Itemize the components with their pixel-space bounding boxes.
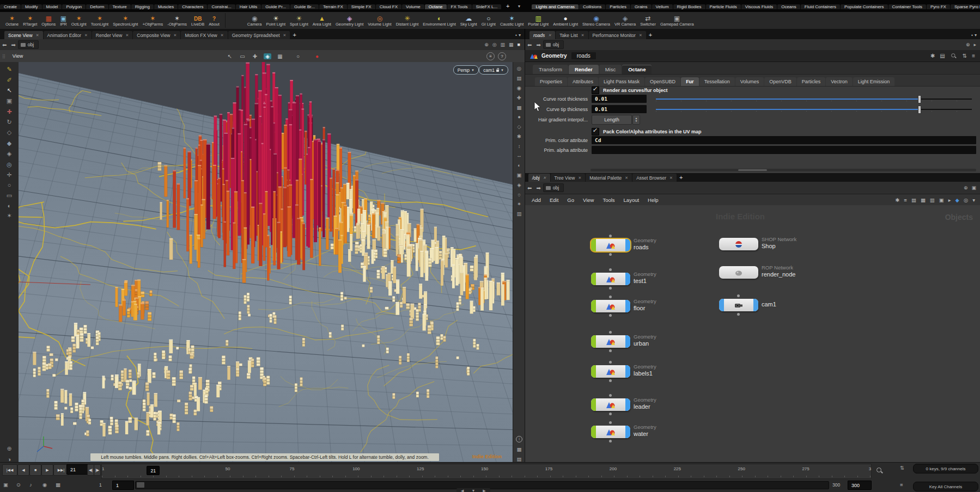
shelf-tool-point-light[interactable]: ☀Point Light [264, 15, 288, 27]
add-shelf-icon[interactable]: + [502, 3, 514, 9]
search-parms-icon[interactable] [951, 53, 957, 59]
shelf-tab-simple-fx[interactable]: Simple FX [348, 4, 375, 9]
viewport-3d[interactable]: Persp▼ cam1▼ Left mouse tumbles. Middle … [19, 62, 513, 462]
shelf-tab-rigging[interactable]: Rigging [131, 4, 154, 9]
sculpt-tool-icon[interactable]: ✐ [7, 77, 11, 84]
prim-alpha-field[interactable] [592, 146, 976, 154]
pane-grid-icon[interactable]: ▦ [509, 42, 514, 47]
shelf-tab-vellum[interactable]: Vellum [652, 4, 673, 9]
shelf-tool-spot-light[interactable]: ☀Spot Light [288, 15, 311, 27]
layout-options-icon[interactable]: ≡ [486, 52, 495, 60]
render-as-curves-checkbox[interactable]: ✓ [592, 87, 599, 94]
shelf-tab-sparse-pyro-fx[interactable]: Sparse Pyro FX [951, 4, 980, 9]
node-flag-right[interactable] [625, 426, 630, 438]
shelf-tool-gamepad-camera[interactable]: ▣Gamepad Camera [658, 15, 696, 27]
pin-pane-icon[interactable]: ⊕ [966, 42, 970, 47]
close-tab-icon[interactable]: ✕ [581, 33, 585, 38]
box-select-icon[interactable]: ▭ [239, 53, 246, 59]
scroll-left-icon[interactable]: ◀ [461, 489, 464, 492]
tree-list-icon[interactable]: ≡ [904, 197, 907, 203]
lock-tool-icon[interactable]: ▣ [7, 97, 12, 104]
snap-toggle-icon[interactable]: ◈ [264, 53, 271, 59]
shelf-tool-geometry-light[interactable]: ◈Geometry Light [333, 15, 366, 27]
help-icon[interactable]: ? [498, 52, 506, 60]
network-menu-icon[interactable]: ▾ [972, 197, 975, 203]
isolate-tool-icon[interactable]: ◐ [8, 202, 11, 209]
network-overview-icon[interactable]: ▣ [971, 185, 976, 190]
hair-gradient-dropdown[interactable]: Length [592, 115, 632, 125]
audio-toggle-icon[interactable]: ♪ [29, 482, 32, 488]
curve-root-slider[interactable] [656, 95, 972, 102]
texture-icon[interactable]: ▣ [517, 172, 522, 178]
scroll-handle-icon[interactable]: ▼ [471, 489, 475, 492]
prim-color-field[interactable]: Cd [592, 136, 976, 144]
tab-material-palette[interactable]: Material Palette✕ [586, 174, 632, 182]
shelf-tab-grains[interactable]: Grains [631, 4, 652, 9]
subtab-vectron[interactable]: Vectron [826, 77, 853, 86]
snapshot-icon[interactable]: ◉ [42, 482, 47, 488]
frame-ruler[interactable]: 15075100125150175200225250275321 [101, 464, 872, 479]
display-options-icon[interactable]: ◑ [8, 456, 11, 463]
shelf-tool-about[interactable]: ?About [206, 15, 222, 27]
shelf-tab-constrai[interactable]: Constrai... [208, 4, 235, 9]
shelf-tool-camera[interactable]: ◉Camera [245, 15, 264, 27]
new-tab-icon[interactable]: + [293, 32, 296, 38]
shelf-tab-texture[interactable]: Texture [109, 4, 131, 9]
tab-roads[interactable]: roads✕ [529, 31, 555, 39]
shelf-tool-area-light[interactable]: ▲Area Light [311, 15, 333, 27]
close-tab-icon[interactable]: ✕ [543, 176, 546, 180]
planes-icon[interactable]: ▥ [517, 211, 522, 217]
node-cam1[interactable] [719, 299, 758, 311]
shelf-tool-portal-light[interactable]: ▥Portal Light [526, 15, 551, 27]
camera-list-icon[interactable]: ▤ [517, 75, 522, 81]
shelf-tab-lights-and-cameras[interactable]: Lights and Cameras [532, 4, 579, 9]
sort-parms-icon[interactable]: ⇅ [963, 53, 967, 59]
lights-icon[interactable]: ✱ [517, 133, 521, 139]
menu-help[interactable]: Help [648, 197, 659, 203]
wireframe-icon[interactable]: ◇ [517, 124, 521, 130]
key-all-channels-button[interactable]: Key All Channels [913, 482, 978, 491]
spare-parms-icon[interactable]: ▤ [940, 53, 945, 59]
select-tool-icon[interactable]: ↖ [7, 87, 11, 94]
shelf-overflow-icon[interactable]: ▼ [514, 4, 525, 8]
pan-tool-icon[interactable]: ✛ [7, 171, 11, 179]
view-layout-icon[interactable]: ◎ [517, 65, 521, 71]
shelf-tool-octane[interactable]: ✶Octane [3, 15, 21, 27]
new-tab-icon[interactable]: + [679, 174, 683, 181]
back-arrow-icon[interactable]: ⬅ [2, 42, 7, 48]
shelf-tool-vr-camera[interactable]: ◈VR Camera [612, 15, 638, 27]
shelf-tool-switcher[interactable]: ⇄Switcher [638, 15, 658, 27]
param-menu-icon[interactable]: ≡ [972, 53, 975, 59]
shelf-tool-caustic-light[interactable]: ✶Caustic Light [498, 15, 526, 27]
jump-start-button[interactable]: |◀◀ [2, 464, 17, 476]
zoom-playbar-icon[interactable] [876, 467, 884, 475]
grid-icon[interactable]: ▦ [517, 104, 522, 110]
close-tab-icon[interactable]: ✕ [174, 33, 177, 38]
shelf-tab-characters[interactable]: Characters [178, 4, 207, 9]
tab-geometry-spreadsheet[interactable]: Geometry Spreadsheet✕ [228, 31, 290, 39]
forward-arrow-icon[interactable]: ➡ [536, 185, 540, 191]
shelf-tool-environment-light[interactable]: ◐Environment Light [421, 15, 458, 27]
shelf-tool-objparms[interactable]: ✶+ObjParms [140, 15, 165, 27]
playhead-marker[interactable]: 21 [147, 466, 160, 475]
shelf-tab-populate-containers[interactable]: Populate Containers [841, 4, 888, 9]
spinner-icon[interactable]: ▲▼ [632, 115, 640, 125]
menu-add[interactable]: Add [532, 197, 541, 203]
node-test1[interactable] [591, 273, 630, 285]
node-input-dot[interactable] [609, 394, 612, 397]
node-flag-left[interactable] [591, 335, 596, 348]
node-output-dot[interactable] [609, 287, 612, 290]
shelf-tool-options[interactable]: ▦Options [39, 15, 58, 27]
node-flag-right[interactable] [625, 239, 630, 251]
node-output-dot[interactable] [609, 253, 612, 256]
display-flag-icon[interactable]: ▸ [948, 197, 951, 203]
tab-take-list[interactable]: Take List✕ [556, 31, 588, 39]
shelf-tab-particle-fluids[interactable]: Particle Fluids [706, 4, 741, 9]
shelf-tool-objparms[interactable]: ✶-ObjParms [165, 15, 189, 27]
current-frame-field[interactable]: 21 [66, 464, 88, 475]
extra-tool-icon[interactable]: ✶ [7, 212, 11, 219]
shelf-tool-gi-light[interactable]: ○GI Light [479, 15, 498, 27]
tab-tree-view[interactable]: Tree View✕ [551, 174, 586, 182]
shelf-tool-ambient-light[interactable]: ●Ambient Light [551, 15, 580, 27]
menu-go[interactable]: Go [567, 197, 574, 203]
